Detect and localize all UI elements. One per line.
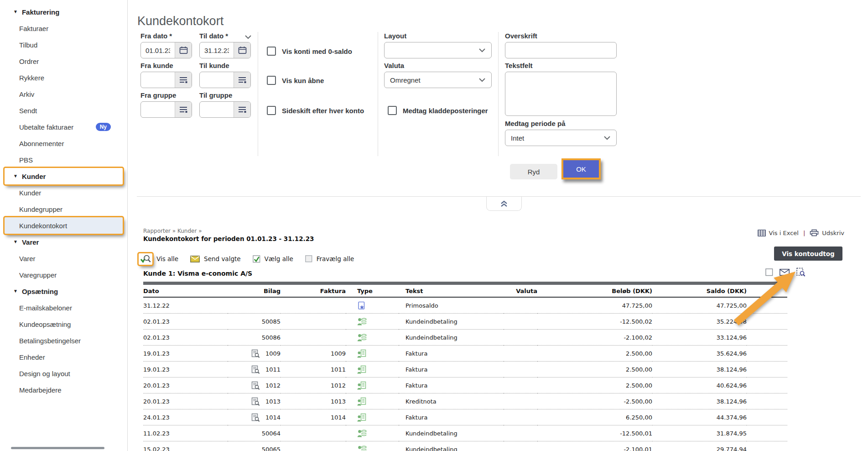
fravaelg-alle-checkbox-icon[interactable] <box>305 255 312 262</box>
document-search-icon[interactable] <box>251 365 260 374</box>
vaelg-alle-checkbox-icon[interactable] <box>253 255 260 263</box>
fra-dato-calendar-icon[interactable] <box>175 42 192 58</box>
cell-filler <box>747 441 787 451</box>
sidebar-item-medarbejdere[interactable]: Medarbejdere <box>5 382 123 398</box>
fra-gruppe-input[interactable] <box>141 102 175 117</box>
kontoudtog-search-icon[interactable] <box>796 267 806 277</box>
customer-action-icons <box>765 267 806 277</box>
bilag-number: 50085 <box>262 318 281 325</box>
tekstfelt-label: Tekstfelt <box>505 62 533 69</box>
ryd-button[interactable]: Ryd <box>510 164 557 179</box>
sidebar-item-sendt[interactable]: Sendt <box>5 102 123 119</box>
section-label: Opsætning <box>22 288 58 295</box>
vis-konti-label: Vis konti med 0-saldo <box>282 47 352 55</box>
til-kunde-input[interactable] <box>200 72 234 88</box>
udskriv-link[interactable]: Udskriv <box>822 230 844 236</box>
sidebar-item-ubetalte-fakturaer[interactable]: Ubetalte fakturaerNy <box>5 119 123 135</box>
fra-kunde-list-icon[interactable] <box>175 72 192 88</box>
cell-valuta <box>504 378 537 393</box>
sidebar-item-ordrer[interactable]: Ordrer <box>5 53 123 69</box>
vis-kontoudtog-button[interactable]: Vis kontoudtog <box>774 246 842 261</box>
bilag-number[interactable]: 1009 <box>265 350 281 357</box>
cell-belob: -12.500,01 <box>537 425 652 441</box>
vis-alle-icon[interactable] <box>139 253 152 265</box>
sidebar-item-tilbud[interactable]: Tilbud <box>5 37 123 53</box>
cell-tekst: Kundeindbetaling <box>399 314 504 330</box>
sidebar-item-rykkere[interactable]: Rykkere <box>5 69 123 86</box>
collapse-filters-tab[interactable] <box>486 197 522 211</box>
email-customer-envelope-icon[interactable] <box>780 269 790 276</box>
tekstfelt-textarea[interactable] <box>505 72 617 116</box>
sidebar-item-e-mailskabeloner[interactable]: E-mailskabeloner <box>5 299 123 316</box>
sidebar-item-abonnementer[interactable]: Abonnementer <box>5 135 123 152</box>
sidebar-item-design-og-layout[interactable]: Design og layout <box>5 365 123 382</box>
medtag-kladde-checkbox[interactable] <box>388 106 397 115</box>
vis-kun-abne-checkbox[interactable] <box>267 76 276 85</box>
transaction-row: 20.01.2310121012Faktura2.500,0040.624,96 <box>143 378 787 393</box>
cell-filler <box>747 425 787 441</box>
sidebar-item-kundegrupper[interactable]: Kundegrupper <box>5 201 123 217</box>
sidebar-section-kunder[interactable]: ▼Kunder <box>5 168 123 184</box>
ok-button[interactable]: OK <box>563 160 599 178</box>
cell-saldo: 33.124,96 <box>652 330 747 346</box>
bilag-number[interactable]: 1014 <box>265 414 281 421</box>
vis-konti-checkbox[interactable] <box>267 47 276 56</box>
cell-dato: 11.02.23 <box>143 425 228 441</box>
cell-saldo: 44.374,96 <box>652 409 747 425</box>
select-customer-checkbox-icon[interactable] <box>765 268 773 276</box>
sidebar-item-kundekontokort[interactable]: Kundekontokort <box>5 217 123 234</box>
til-kunde-list-icon[interactable] <box>234 72 250 88</box>
document-search-icon[interactable] <box>251 397 260 406</box>
sidebar-item-fakturaer[interactable]: Fakturaer <box>5 20 123 37</box>
sidebar-item-arkiv[interactable]: Arkiv <box>5 86 123 102</box>
col-saldo: Saldo (DKK) <box>652 285 747 297</box>
cell-type <box>346 330 399 346</box>
til-dato-calendar-icon[interactable] <box>234 42 250 58</box>
valuta-select[interactable]: Omregnet <box>384 72 492 88</box>
sidebar-item-varer[interactable]: Varer <box>5 250 123 267</box>
sidebar-section-fakturering[interactable]: ▼Fakturering <box>5 4 123 20</box>
sidebar-item-betalingsbetingelser[interactable]: Betalingsbetingelser <box>5 332 123 349</box>
transaction-row: 15.02.2350065Kundeindbetaling-2.100,0129… <box>143 441 787 451</box>
sidebar-item-label: E-mailskabeloner <box>19 304 72 312</box>
sidebar-scrollbar[interactable] <box>11 447 104 449</box>
sidebar-item-label: Kundeopsætning <box>19 320 71 328</box>
document-search-icon[interactable] <box>251 413 260 422</box>
fra-dato-input[interactable] <box>141 42 175 58</box>
sidebar-section-varer[interactable]: ▼Varer <box>5 234 123 250</box>
send-valgte-link[interactable]: Send valgte <box>204 255 240 262</box>
sidebar-item-label: Betalingsbetingelser <box>19 337 81 345</box>
cell-tekst: Kreditnota <box>399 393 504 409</box>
document-search-icon[interactable] <box>251 349 260 358</box>
vaelg-alle-link[interactable]: Vælg alle <box>265 255 293 262</box>
document-search-icon[interactable] <box>251 381 260 390</box>
bilag-number[interactable]: 1013 <box>265 398 281 405</box>
breadcrumb[interactable]: Rapporter » Kunder » <box>143 228 202 234</box>
til-dato-input[interactable] <box>200 42 234 58</box>
vis-i-excel-link[interactable]: Vis i Excel <box>769 230 799 236</box>
til-gruppe-list-icon[interactable] <box>234 102 250 117</box>
medtag-periode-select[interactable]: Intet <box>505 130 617 146</box>
sidebar-item-pbs[interactable]: PBS <box>5 152 123 168</box>
sideskift-checkbox[interactable] <box>267 106 276 115</box>
sidebar-item-kundeopsætning[interactable]: Kundeopsætning <box>5 316 123 332</box>
vis-alle-link[interactable]: Vis alle <box>156 255 178 262</box>
bilag-number[interactable]: 1012 <box>265 382 281 389</box>
date-preset-chevron-icon[interactable] <box>244 33 252 41</box>
sidebar-section-opsætning[interactable]: ▼Opsætning <box>5 283 123 299</box>
fravaelg-alle-link[interactable]: Fravælg alle <box>317 255 354 262</box>
sidebar-item-label: Varegrupper <box>19 271 57 279</box>
section-collapse-triangle-icon: ▼ <box>13 289 18 294</box>
til-gruppe-input[interactable] <box>200 102 234 117</box>
send-valgte-envelope-icon[interactable] <box>190 256 200 262</box>
fra-gruppe-list-icon[interactable] <box>175 102 192 117</box>
layout-select[interactable] <box>384 42 492 58</box>
sidebar-item-enheder[interactable]: Enheder <box>5 349 123 365</box>
sidebar-item-kunder[interactable]: Kunder <box>5 184 123 201</box>
overskrift-input[interactable] <box>505 42 616 58</box>
col-bilag: Bilag <box>228 285 281 297</box>
table-header-row: Dato Bilag Faktura Type Tekst Valuta Bel… <box>143 285 787 297</box>
bilag-number[interactable]: 1011 <box>265 366 281 373</box>
sidebar-item-varegrupper[interactable]: Varegrupper <box>5 267 123 283</box>
fra-kunde-input[interactable] <box>141 72 175 88</box>
